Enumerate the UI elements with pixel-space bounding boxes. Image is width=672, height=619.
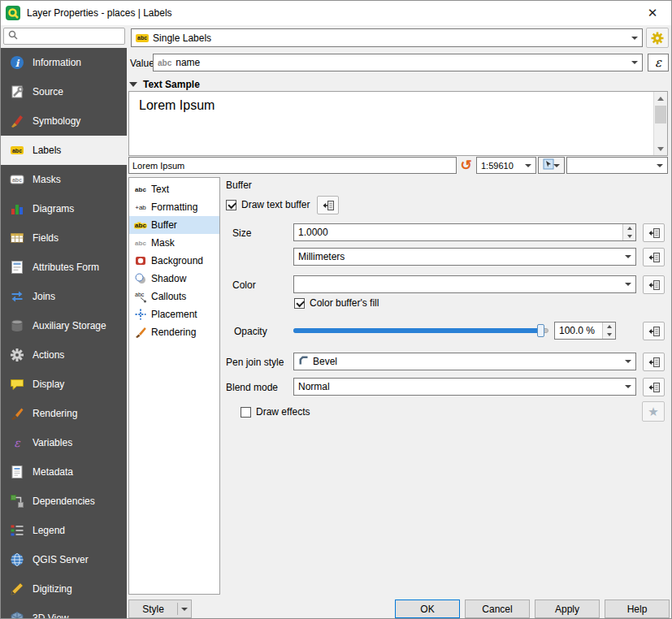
data-defined-override-button-opacity[interactable] — [643, 322, 665, 340]
digitizing-icon — [9, 581, 25, 597]
search-input[interactable] — [21, 32, 111, 41]
sidebar-item-masks[interactable]: abc Masks — [1, 165, 127, 194]
source-icon — [9, 84, 25, 100]
tab-rendering[interactable]: Rendering — [129, 323, 219, 341]
sample-text-input[interactable] — [128, 157, 457, 174]
sidebar-item-qgis-server[interactable]: QGIS Server — [1, 545, 127, 574]
blend-mode-combo[interactable]: Normal — [293, 378, 636, 396]
draw-effects-checkbox[interactable] — [241, 407, 251, 418]
reset-sample-button[interactable]: ↺ — [457, 156, 475, 174]
symbology-icon — [9, 113, 25, 129]
data-defined-override-button-pen-join[interactable] — [643, 353, 665, 371]
spin-up-button[interactable] — [603, 322, 615, 331]
sidebar-item-fields[interactable]: Fields — [1, 223, 127, 253]
sidebar-item-symbology[interactable]: Symbology — [1, 106, 127, 136]
buffer-size-spinbox[interactable]: 1.0000 — [293, 223, 636, 241]
ok-button[interactable]: OK — [395, 600, 460, 618]
data-defined-override-button-blend[interactable] — [643, 378, 665, 396]
sidebar-item-diagrams[interactable]: Diagrams — [1, 194, 127, 223]
attributes-form-icon — [9, 259, 25, 275]
tab-background[interactable]: Background — [129, 252, 219, 270]
sidebar-item-auxiliary-storage[interactable]: Auxiliary Storage — [1, 311, 127, 340]
tab-text[interactable]: abc Text — [129, 180, 219, 198]
label-settings-tabs: abc Text +ab Formatting abcabc Buffer ab… — [128, 177, 220, 595]
data-defined-override-button-size[interactable] — [643, 223, 665, 242]
draw-text-buffer-checkbox-row[interactable]: Draw text buffer — [226, 199, 310, 210]
draw-text-buffer-checkbox[interactable] — [226, 200, 236, 210]
opacity-spinbox[interactable]: 100.0 % — [554, 322, 616, 340]
data-defined-icon — [648, 252, 661, 263]
preview-background-combo[interactable] — [566, 157, 668, 174]
sidebar-search[interactable] — [3, 28, 125, 45]
help-button[interactable]: Help — [605, 600, 670, 618]
scroll-up-button[interactable] — [654, 92, 667, 105]
sidebar-item-actions[interactable]: Actions — [1, 340, 127, 370]
color-buffers-fill-label: Color buffer's fill — [310, 297, 379, 309]
cancel-button[interactable]: Cancel — [465, 600, 530, 618]
opacity-value: 100.0 % — [559, 325, 595, 336]
text-sample-section-header[interactable]: Text Sample — [129, 78, 200, 91]
draw-effects-checkbox-row[interactable]: Draw effects — [241, 406, 310, 418]
text-icon: abc — [133, 183, 147, 196]
sidebar-item-attributes-form[interactable]: Attributes Form — [1, 253, 127, 282]
sidebar-item-digitizing[interactable]: Digitizing — [1, 574, 127, 604]
sidebar-item-information[interactable]: i Information — [1, 48, 127, 77]
sidebar-item-variables[interactable]: ε Variables — [1, 428, 127, 457]
data-defined-override-button-color[interactable] — [643, 275, 665, 294]
close-button[interactable]: ✕ — [639, 1, 666, 25]
opacity-slider[interactable] — [293, 322, 548, 339]
sidebar-item-labels[interactable]: abc Labels — [1, 136, 127, 165]
slider-handle[interactable] — [537, 324, 544, 337]
sidebar-item-label: Actions — [33, 349, 64, 361]
sidebar-item-display[interactable]: Display — [1, 370, 127, 399]
scrollbar-thumb[interactable] — [655, 106, 666, 123]
automated-placement-settings-button[interactable] — [646, 28, 669, 48]
spin-down-button[interactable] — [603, 331, 615, 339]
spin-up-button[interactable] — [623, 224, 635, 232]
svg-text:abc: abc — [135, 186, 146, 193]
map-settings-button[interactable] — [538, 157, 565, 174]
apply-button[interactable]: Apply — [535, 600, 600, 618]
sidebar-item-metadata[interactable]: Metadata — [1, 457, 127, 487]
pen-join-style-combo[interactable]: Bevel — [293, 353, 636, 370]
sidebar-item-label: Source — [33, 86, 63, 97]
sidebar-item-legend[interactable]: Legend — [1, 516, 127, 545]
tab-shadow[interactable]: Shadow — [129, 270, 219, 288]
data-defined-override-button-unit[interactable] — [643, 248, 665, 266]
color-buffers-fill-checkbox[interactable] — [294, 298, 305, 309]
sidebar-item-joins[interactable]: Joins — [1, 282, 127, 311]
value-field-combo[interactable]: abc name — [153, 54, 643, 71]
pen-join-style-value: Bevel — [313, 356, 337, 367]
color-buffers-fill-checkbox-row[interactable]: Color buffer's fill — [294, 297, 379, 309]
spin-down-button[interactable] — [623, 232, 635, 240]
spinner — [602, 322, 615, 339]
size-unit-combo[interactable]: Millimeters — [293, 248, 636, 266]
sidebar-item-dependencies[interactable]: Dependencies — [1, 487, 127, 516]
information-icon: i — [9, 54, 25, 71]
sidebar-item-source[interactable]: Source — [1, 77, 127, 106]
tab-callouts[interactable]: abc Callouts — [129, 288, 219, 305]
expression-builder-button[interactable]: ε — [648, 54, 669, 71]
preview-scale-combo[interactable]: 1:59610 — [476, 157, 536, 174]
label-type-combo[interactable]: abc Single Labels — [131, 28, 643, 47]
data-defined-override-button-draw-buffer[interactable] — [317, 196, 339, 214]
bevel-icon — [298, 355, 309, 368]
tab-label: Buffer — [151, 219, 177, 231]
style-menu-button[interactable]: Style — [128, 600, 192, 618]
tab-buffer[interactable]: abcabc Buffer — [129, 216, 219, 234]
tab-mask[interactable]: abc Mask — [129, 234, 219, 252]
sample-scrollbar[interactable] — [653, 92, 667, 155]
data-defined-icon — [322, 200, 335, 211]
chevron-down-icon — [631, 37, 638, 43]
data-defined-icon — [648, 227, 661, 239]
tab-placement[interactable]: Placement — [129, 305, 219, 323]
actions-icon — [9, 347, 25, 363]
sidebar-item-3d-view[interactable]: 3D View — [1, 604, 127, 618]
buffer-color-picker[interactable] — [293, 275, 636, 293]
layer-properties-dialog: Layer Properties - places | Labels ✕ i I… — [0, 0, 672, 619]
effects-settings-button[interactable]: ★ — [642, 401, 665, 422]
buffer-heading: Buffer — [226, 180, 252, 191]
sidebar-item-rendering[interactable]: Rendering — [1, 399, 127, 428]
tab-formatting[interactable]: +ab Formatting — [129, 198, 219, 216]
scroll-down-button[interactable] — [654, 142, 667, 155]
